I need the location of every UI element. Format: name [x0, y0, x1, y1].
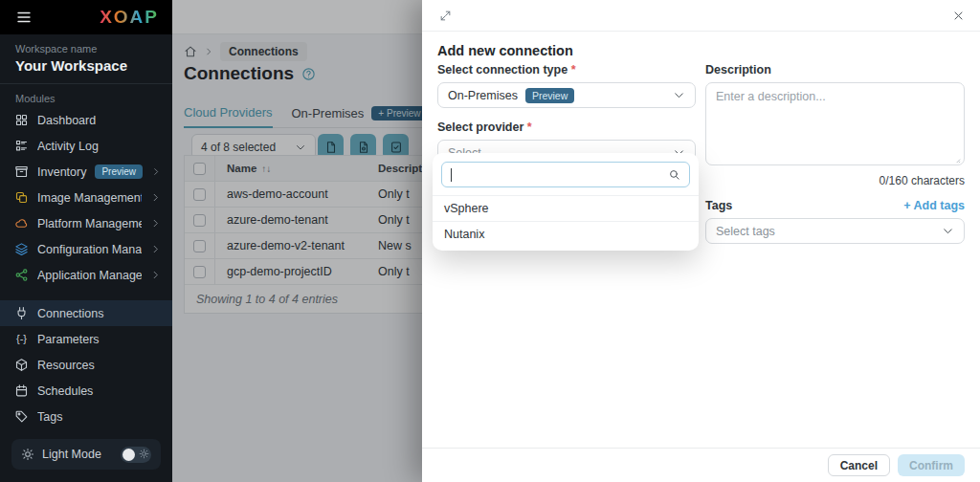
- drawer-footer: Cancel Confirm: [422, 448, 980, 482]
- text-cursor: [451, 168, 452, 182]
- grid-icon: [14, 113, 29, 127]
- light-mode-row: Light Mode: [11, 439, 161, 470]
- sidebar-item-application-management[interactable]: Application Management: [0, 262, 172, 288]
- field-label-text: Select connection type: [437, 63, 568, 77]
- close-icon[interactable]: [952, 10, 965, 22]
- provider-option-vsphere[interactable]: vSphere: [433, 195, 699, 221]
- tags-select[interactable]: Select tags: [705, 218, 965, 244]
- connection-type-value: On-Premises: [448, 89, 518, 102]
- preview-badge: Preview: [525, 88, 574, 103]
- provider-dropdown-panel: vSphere Nutanix: [433, 153, 699, 251]
- sidebar-item-label: Image Management: [37, 191, 142, 205]
- hamburger-menu-icon[interactable]: [15, 9, 33, 26]
- chevron-right-icon: [150, 192, 161, 203]
- toggle-sun-icon: [139, 449, 149, 459]
- tags-placeholder: Select tags: [716, 225, 775, 238]
- sidebar-header: XOAP: [0, 0, 172, 34]
- drawer-header: [422, 0, 980, 32]
- description-field-wrap: [705, 82, 965, 169]
- drawer-right-column: Description 0/160 characters Tags + Add …: [705, 63, 965, 244]
- sidebar-item-label: Activity Log: [37, 140, 161, 153]
- archive-icon: [14, 164, 29, 179]
- tags-row: Tags + Add tags: [705, 199, 965, 212]
- chevron-right-icon: [151, 166, 161, 177]
- activity-log-icon: [14, 139, 29, 153]
- field-label-text: Select provider: [437, 120, 523, 134]
- layers-icon: [14, 242, 29, 256]
- chevron-down-icon: [673, 89, 685, 101]
- provider-search-input[interactable]: [441, 162, 690, 187]
- sidebar-item-resources[interactable]: Resources: [0, 352, 172, 378]
- sidebar-item-label: Inventory: [37, 165, 86, 179]
- sidebar-item-label: Platform Management: [37, 217, 142, 230]
- sidebar-item-label: Connections: [37, 307, 161, 320]
- description-textarea[interactable]: [705, 82, 965, 165]
- sidebar-item-label: Configuration Management: [37, 243, 142, 256]
- character-counter: 0/160 characters: [705, 174, 965, 187]
- workspace-name: Your Workspace: [15, 57, 157, 74]
- required-asterisk: *: [527, 120, 532, 134]
- drawer-title: Add new connection: [437, 43, 573, 58]
- required-asterisk: *: [571, 63, 576, 77]
- tags-label: Tags: [705, 199, 732, 212]
- drawer-left-column: Select connection type * On-Premises Pre…: [437, 63, 696, 165]
- app-window: XOAP Workspace name Your Workspace Modul…: [0, 0, 980, 482]
- chevron-right-icon: [150, 244, 161, 254]
- plug-icon: [14, 306, 29, 320]
- cloud-icon: [14, 216, 29, 230]
- light-mode-toggle[interactable]: [121, 447, 151, 463]
- expand-icon[interactable]: [439, 10, 452, 22]
- xoap-logo: XOAP: [100, 7, 159, 28]
- workspace-label: Workspace name: [15, 43, 157, 55]
- sidebar: Workspace name Your Workspace Modules Da…: [0, 34, 172, 482]
- sidebar-item-label: Schedules: [37, 384, 161, 398]
- sidebar-item-image-management[interactable]: Image Management: [0, 185, 172, 210]
- sidebar-item-label: Dashboard: [37, 114, 161, 127]
- chevron-right-icon: [150, 218, 161, 229]
- chevron-right-icon: [150, 270, 161, 280]
- description-label: Description: [705, 63, 965, 77]
- sidebar-item-label: Resources: [37, 359, 161, 372]
- sidebar-item-configuration-management[interactable]: Configuration Management: [0, 236, 172, 262]
- provider-label: Select provider *: [437, 120, 696, 134]
- share-icon: [14, 268, 29, 282]
- sidebar-item-activity-log[interactable]: Activity Log: [0, 133, 172, 159]
- modules-section-label: Modules: [0, 84, 172, 107]
- cancel-button[interactable]: Cancel: [828, 454, 890, 476]
- workspace-block: Workspace name Your Workspace: [0, 34, 172, 84]
- tag-icon: [14, 409, 29, 424]
- sidebar-item-tags[interactable]: Tags: [0, 404, 172, 429]
- braces-icon: {-}: [14, 332, 29, 346]
- confirm-button[interactable]: Confirm: [898, 454, 965, 476]
- sidebar-item-label: Application Management: [37, 269, 142, 282]
- add-tags-link[interactable]: + Add tags: [903, 199, 965, 212]
- copy-icon: [14, 190, 29, 205]
- sidebar-bottom-group: Connections {-} Parameters Resources Sch…: [0, 300, 172, 429]
- sidebar-item-connections[interactable]: Connections: [0, 300, 172, 326]
- chevron-down-icon: [942, 225, 954, 237]
- resize-handle-icon[interactable]: [952, 155, 961, 164]
- sidebar-item-inventory[interactable]: Inventory Preview: [0, 159, 172, 185]
- preview-badge: Preview: [95, 164, 143, 179]
- connection-type-label: Select connection type *: [437, 63, 696, 77]
- sun-icon: [21, 448, 34, 461]
- sidebar-item-platform-management[interactable]: Platform Management: [0, 210, 172, 236]
- add-connection-drawer: Add new connection Select connection typ…: [422, 0, 980, 482]
- sidebar-item-dashboard[interactable]: Dashboard: [0, 107, 172, 133]
- connection-type-select[interactable]: On-Premises Preview: [437, 82, 696, 108]
- sidebar-item-parameters[interactable]: {-} Parameters: [0, 326, 172, 352]
- search-icon: [668, 168, 680, 181]
- sidebar-item-schedules[interactable]: Schedules: [0, 378, 172, 404]
- cube-icon: [14, 358, 29, 372]
- toggle-knob: [122, 449, 135, 461]
- sidebar-item-label: Parameters: [37, 333, 161, 346]
- calendar-icon: [14, 383, 29, 398]
- provider-option-nutanix[interactable]: Nutanix: [433, 221, 699, 247]
- sidebar-item-label: Tags: [37, 410, 161, 424]
- light-mode-label: Light Mode: [42, 448, 101, 461]
